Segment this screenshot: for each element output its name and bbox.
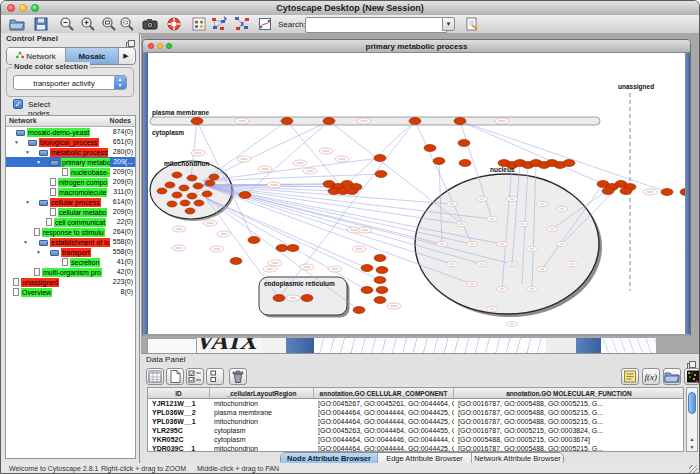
gene-node[interactable] <box>248 237 260 244</box>
table-cell[interactable]: YKR052C <box>148 435 210 444</box>
gene-node[interactable] <box>209 174 219 180</box>
scroll-up-icon[interactable]: ▲ <box>687 435 697 443</box>
gene-node[interactable] <box>361 265 373 272</box>
gene-node[interactable] <box>239 192 251 199</box>
float-data-panel-icon[interactable] <box>687 356 696 365</box>
gene-node[interactable] <box>353 307 365 314</box>
column-header-1[interactable]: _cellularLayoutRegion <box>210 388 314 399</box>
gene-node[interactable] <box>620 188 632 195</box>
tree-row-transport[interactable]: ▼transport558(0) <box>6 247 135 257</box>
gene-node[interactable] <box>172 192 182 198</box>
table-cell[interactable]: cytoplasm <box>210 426 314 435</box>
gene-node[interactable] <box>375 171 387 178</box>
tree-row-overview[interactable]: Overview8(0) <box>6 287 135 297</box>
gene-node[interactable] <box>167 201 177 207</box>
tab-overflow-button[interactable]: ▶ <box>119 48 133 64</box>
scrollbar-thumb[interactable] <box>688 392 696 414</box>
gene-node[interactable] <box>433 158 445 165</box>
gene-node[interactable] <box>376 267 388 274</box>
gene-node[interactable] <box>376 287 388 294</box>
gene-node[interactable] <box>374 255 386 262</box>
gene-node[interactable] <box>273 295 285 302</box>
gene-node[interactable] <box>276 245 288 252</box>
column-header-3[interactable]: annotation.GO MOLECULAR_FUNCTION <box>454 388 684 399</box>
gene-node[interactable] <box>165 182 175 188</box>
gene-node[interactable] <box>680 189 685 196</box>
table-cell[interactable]: [GO:0045267, GO:0045261, GO:0044464, G..… <box>314 399 454 408</box>
gene-node[interactable] <box>301 295 313 302</box>
gene-node[interactable] <box>374 277 386 284</box>
tree-row-mosaic-demo-yeast[interactable]: mosaic-demo-yeast874(0) <box>6 127 135 137</box>
table-cell[interactable]: [GO:0044464, GO:0044446, GO:0044444, G..… <box>314 435 454 444</box>
open-folder-icon[interactable] <box>9 16 25 32</box>
column-header-0[interactable]: ID <box>148 388 210 399</box>
table-cell[interactable]: [GO:0044464, GO:0044444, GO:0044425, G..… <box>314 408 454 417</box>
heatmap-view-icon[interactable] <box>684 368 700 385</box>
help-lifering-icon[interactable] <box>166 16 182 32</box>
tree-row-nucleobase-[interactable]: nucleobase-209(0) <box>6 167 135 177</box>
gene-node[interactable] <box>191 118 203 125</box>
expand-arrow-icon[interactable]: ▼ <box>23 237 28 247</box>
gene-node[interactable] <box>323 118 335 125</box>
tree-row-secretion[interactable]: secretion41(0) <box>6 257 135 267</box>
table-cell[interactable]: [GO:0016787, GO:0005488, GO:0005215, G..… <box>454 399 684 408</box>
gene-node[interactable] <box>187 193 197 199</box>
gene-node[interactable] <box>281 118 293 125</box>
gene-node[interactable] <box>187 175 197 181</box>
table-cell[interactable]: YPL036W__1 <box>148 417 210 426</box>
expand-arrow-icon[interactable]: ▼ <box>25 197 30 207</box>
quick-find-config-icon[interactable] <box>464 16 480 32</box>
delete-attribute-icon[interactable] <box>229 368 247 385</box>
edge[interactable] <box>460 121 603 184</box>
gene-node[interactable] <box>193 183 203 189</box>
search-dropdown-button[interactable]: ▼ <box>442 17 455 31</box>
background-window-3[interactable] <box>314 338 546 353</box>
table-cell[interactable]: cytoplasm <box>210 435 314 444</box>
vizmapper-icon[interactable] <box>257 16 273 32</box>
annotation-palette-icon[interactable] <box>191 16 207 32</box>
gene-node[interactable] <box>459 160 471 167</box>
gene-node[interactable] <box>374 155 386 162</box>
table-cell[interactable]: [GO:0016787, GO:0005215, GO:0003824, G..… <box>454 426 684 435</box>
table-cell[interactable]: YPL036W__2 <box>148 408 210 417</box>
background-window-2[interactable] <box>263 338 286 353</box>
zoom-fit-icon[interactable] <box>101 16 117 32</box>
layout-network-1-icon[interactable] <box>211 16 227 32</box>
edge[interactable] <box>329 121 462 224</box>
column-header-2[interactable]: annotation.GO CELLULAR_COMPONENT <box>314 388 454 399</box>
table-cell[interactable]: mitochondrion <box>210 417 314 426</box>
tree-row-response-to-stimulu[interactable]: response to stimulu264(0) <box>6 227 135 237</box>
import-attributes-icon[interactable] <box>663 368 681 385</box>
expand-arrow-icon[interactable]: ▼ <box>25 147 30 157</box>
background-window-zoomed-labels[interactable]: VAIXW <box>197 338 263 353</box>
table-cell[interactable]: mitochondrion <box>210 399 314 408</box>
attribute-matrix-icon[interactable] <box>621 368 639 385</box>
plasma-membrane-bar[interactable] <box>150 117 600 125</box>
select-all-attributes-icon[interactable] <box>186 368 204 385</box>
gene-node[interactable] <box>230 258 242 265</box>
gene-node[interactable] <box>194 200 204 206</box>
table-scrollbar[interactable]: ▲ ▼ <box>686 387 698 452</box>
zoom-selected-icon[interactable] <box>119 16 135 32</box>
gene-node[interactable] <box>346 188 358 195</box>
gene-node[interactable] <box>563 160 575 167</box>
zoom-in-icon[interactable] <box>80 16 96 32</box>
gene-node[interactable] <box>287 245 299 252</box>
zoom-out-icon[interactable] <box>59 16 75 32</box>
tree-row-biological-process[interactable]: ▼biological_process651(0) <box>6 137 135 147</box>
gene-node[interactable] <box>409 118 421 125</box>
expand-arrow-icon[interactable]: ▼ <box>14 137 19 147</box>
gene-node[interactable] <box>374 297 386 304</box>
gene-node[interactable] <box>180 200 190 206</box>
expand-arrow-icon[interactable]: ▼ <box>36 157 41 167</box>
gene-node[interactable] <box>185 208 195 214</box>
tree-row-cellular-metabo[interactable]: cellular metabo209(0) <box>6 207 135 217</box>
gene-node[interactable] <box>202 191 212 197</box>
resize-grip[interactable] <box>689 465 698 474</box>
tree-row-primary-metabo[interactable]: ▼primary metabo209(... <box>6 157 135 167</box>
unselect-all-attributes-icon[interactable] <box>206 368 224 385</box>
save-icon[interactable] <box>33 16 49 32</box>
table-cell[interactable]: plasma membrane <box>210 408 314 417</box>
select-nodes-checkbox[interactable]: ✓ <box>13 99 23 109</box>
background-window-4[interactable] <box>546 338 576 353</box>
